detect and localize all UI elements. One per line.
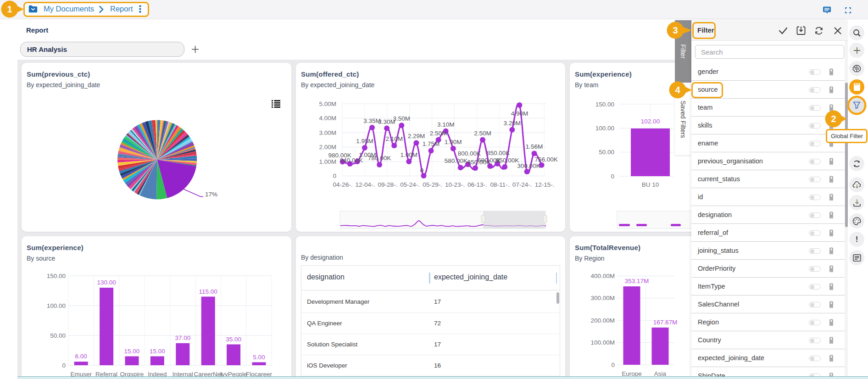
svg-text:1.00M: 1.00M: [401, 151, 418, 158]
svg-text:780.00K: 780.00K: [368, 155, 391, 162]
svg-text:0: 0: [420, 167, 424, 174]
svg-text:6.00: 6.00: [75, 353, 87, 360]
svg-text:37.00: 37.00: [175, 334, 190, 341]
svg-text:3.00M: 3.00M: [319, 129, 336, 136]
svg-text:850.00K: 850.00K: [487, 150, 510, 156]
svg-text:200.00M: 200.00M: [590, 317, 615, 324]
svg-text:15.00: 15.00: [124, 348, 140, 355]
svg-text:4: 4: [675, 85, 680, 95]
svg-text:300.00K: 300.00K: [517, 162, 540, 169]
svg-text:0: 0: [611, 362, 615, 368]
svg-text:2.50M: 2.50M: [474, 130, 491, 137]
svg-text:300.00M: 300.00M: [590, 295, 615, 301]
svg-text:0: 0: [611, 173, 614, 180]
svg-text:2.29M: 2.29M: [408, 133, 425, 139]
svg-text:BU 10: BU 10: [642, 181, 659, 188]
svg-text:580.00K: 580.00K: [445, 157, 467, 164]
svg-text:800.00K: 800.00K: [458, 150, 481, 157]
svg-text:1.75M: 1.75M: [423, 140, 440, 147]
svg-text:10-23-.: 10-23-.: [445, 181, 465, 188]
svg-text:130.00: 130.00: [97, 279, 116, 286]
svg-text:4.00M: 4.00M: [319, 115, 336, 122]
svg-text:1.90M: 1.90M: [445, 139, 462, 145]
svg-text:1.95M: 1.95M: [356, 138, 373, 145]
svg-text:150.00: 150.00: [595, 101, 614, 108]
svg-text:2.00M: 2.00M: [319, 144, 336, 150]
svg-text:12-04-.: 12-04-.: [356, 181, 375, 188]
svg-text:1: 1: [7, 4, 12, 14]
svg-text:2.50M: 2.50M: [430, 130, 447, 137]
svg-text:2.10M: 2.10M: [385, 135, 403, 142]
svg-text:756.00K: 756.00K: [534, 156, 557, 163]
svg-text:5.00M: 5.00M: [319, 100, 336, 107]
svg-text:05-24-.: 05-24-.: [400, 181, 420, 188]
svg-text:5.00: 5.00: [253, 354, 265, 361]
svg-text:17%: 17%: [205, 191, 217, 198]
svg-text:3.50M: 3.50M: [393, 115, 411, 122]
svg-text:06-13-.: 06-13-.: [467, 181, 487, 188]
svg-text:50.00: 50.00: [599, 149, 614, 156]
svg-text:167.67M: 167.67M: [653, 319, 678, 326]
svg-text:3.10M: 3.10M: [437, 121, 455, 128]
svg-text:08-11-.: 08-11-.: [490, 181, 509, 188]
svg-text:2: 2: [831, 114, 836, 124]
svg-text:15.00: 15.00: [150, 348, 165, 355]
svg-text:1.56M: 1.56M: [526, 143, 543, 150]
svg-text:50.00: 50.00: [50, 332, 66, 339]
svg-text:4.90M: 4.90M: [511, 110, 529, 117]
svg-text:150.00: 150.00: [47, 273, 66, 279]
svg-text:100.00: 100.00: [47, 302, 66, 309]
svg-text:100.00: 100.00: [595, 125, 614, 132]
svg-text:100.00M: 100.00M: [590, 339, 615, 346]
svg-text:0: 0: [333, 173, 336, 179]
svg-text:950.00K: 950.00K: [496, 157, 519, 164]
svg-text:35.00: 35.00: [226, 336, 241, 343]
svg-text:0: 0: [62, 362, 66, 369]
svg-text:115.00: 115.00: [199, 288, 217, 295]
svg-text:3: 3: [673, 25, 678, 35]
svg-text:1.00M: 1.00M: [319, 158, 336, 165]
svg-text:07-24-.: 07-24-.: [512, 181, 532, 188]
svg-text:05-29-.: 05-29-.: [423, 181, 442, 188]
svg-text:353.17M: 353.17M: [625, 278, 649, 284]
svg-text:04-26-.: 04-26-.: [333, 181, 353, 188]
svg-text:09-28-.: 09-28-.: [378, 181, 397, 188]
svg-text:102.00: 102.00: [641, 118, 660, 125]
svg-text:3.20M: 3.20M: [504, 120, 521, 127]
svg-text:400.00M: 400.00M: [590, 273, 615, 279]
svg-text:12-15-.: 12-15-.: [535, 181, 555, 188]
